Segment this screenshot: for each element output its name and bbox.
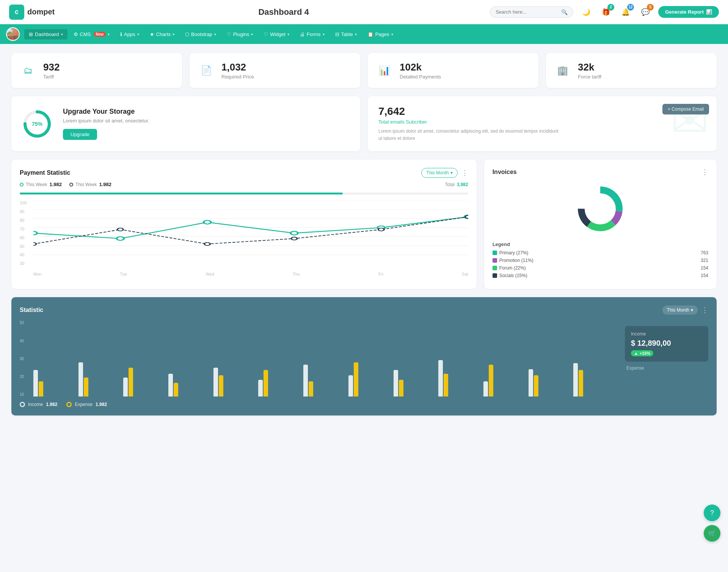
svg-point-16 [118,228,123,231]
nav-label-dashboard: Dashboard [35,31,59,37]
moon-icon[interactable]: 🌙 [579,5,593,19]
tariff-value: 932 [43,61,60,73]
statistic-menu-button[interactable]: ⋮ [701,306,708,314]
statistic-month-label: This Month [667,307,689,313]
storage-percent-label: 75% [32,121,42,127]
expense-legend-val: 1.982 [96,402,107,407]
charts-row: Payment Statistic This Month ▾ ⋮ This We… [11,160,717,289]
dashboard-arrow: ▾ [61,32,63,36]
primary-label: Primary (27%) [499,250,529,255]
chat-icon[interactable]: 💬 5 [639,5,652,19]
logo-icon: c [9,5,24,20]
donut-chart [493,182,708,235]
storage-progress-circle: 75% [22,109,52,139]
svg-point-25 [590,198,611,219]
email-card: + Compose Email 7,642 Total emails Subcr… [368,96,717,151]
cms-icon: ⚙ [74,31,78,37]
nav-item-plugins[interactable]: ♡ Plugins ▾ [222,29,258,39]
legend-label-1: This Week [75,182,97,187]
forms-icon: 🖨 [300,31,305,37]
bar-chart-y-labels: 50 40 30 20 10 [20,321,32,396]
total-label: Total [445,182,454,187]
plugins-arrow: ▾ [251,32,253,36]
navbar: ⊞ Dashboard ▾ ⚙ CMS New ▾ ℹ Apps ▾ ★ Cha… [0,24,728,44]
income-badge: ▲ +15% [631,350,653,356]
income-box-value: $ 12,890,00 [631,339,702,348]
force-info: 32k Force tariff [578,61,601,80]
payment-progress-bar [20,193,468,194]
legend-dot-teal [20,183,24,186]
payment-menu-button[interactable]: ⋮ [461,169,468,177]
charts-arrow: ▾ [173,32,174,36]
nav-item-widget[interactable]: ♡ Widget ▾ [259,29,293,39]
income-legend-label: Income [28,402,43,407]
stat-card-payments: 📊 102k Detalled Payments [368,53,538,88]
search-box[interactable]: 🔍 [490,6,573,18]
bar-group-11 [529,369,573,396]
primary-color [493,251,497,255]
nav-item-apps[interactable]: ℹ Apps ▾ [116,29,144,39]
tariff-label: Tariff [43,74,60,80]
bell-icon[interactable]: 🔔 12 [619,5,632,19]
nav-item-forms[interactable]: 🖨 Forms ▾ [295,29,329,39]
legend-val-1: 1.982 [99,182,111,187]
storage-desc: Lorem ipsum dolor sit amet, onsectetur. [63,118,149,124]
line-chart: 100 90 80 70 60 50 40 30 [20,201,468,276]
header-right: 🔍 🌙 🎁 2 🔔 12 💬 5 Generate Report 📊 [490,5,719,19]
payments-value: 102k [400,61,441,73]
nav-item-table[interactable]: ⊟ Table ▾ [331,29,361,39]
promotion-color [493,258,497,263]
bar-group-10 [483,365,527,396]
invoices-menu-button[interactable]: ⋮ [701,168,708,176]
email-count: 7,642 [378,105,706,118]
statistic-month-dropdown[interactable]: This Month ▾ [662,306,698,315]
income-dot [20,402,25,407]
nav-label-pages: Pages [375,31,389,37]
socials-value: 154 [701,273,708,278]
income-badge-text: +15% [640,351,650,356]
payment-month-dropdown[interactable]: This Month ▾ [421,168,457,178]
promotion-label: Promotion (11%) [499,258,533,263]
nav-item-dashboard[interactable]: ⊞ Dashboard ▾ [24,29,67,39]
payment-header: Payment Statistic This Month ▾ ⋮ [20,168,468,178]
bar-chart-wrap: 50 40 30 20 10 [20,321,617,396]
svg-point-18 [291,237,297,240]
socials-label: Socials (15%) [499,273,527,278]
forms-arrow: ▾ [323,32,325,36]
nav-label-table: Table [341,31,353,37]
upgrade-button[interactable]: Upgrade [63,129,97,140]
payment-progress-fill [20,193,343,194]
up-arrow-icon: ▲ [634,351,638,356]
force-value: 32k [578,61,601,73]
payment-month-label: This Month [426,170,449,176]
nav-label-plugins: Plugins [233,31,249,37]
cms-arrow: ▾ [108,32,110,36]
table-icon: ⊟ [335,31,339,37]
nav-item-charts[interactable]: ★ Charts ▾ [145,29,179,39]
invoice-legend: Legend Primary (27%) 763 Promotion (11%)… [493,241,708,278]
generate-report-button[interactable]: Generate Report 📊 [658,6,719,18]
user-avatar[interactable] [6,27,20,41]
expense-section-label: Expense [625,365,708,371]
gift-icon[interactable]: 🎁 2 [599,5,613,19]
payment-title: Payment Statistic [20,169,70,176]
nav-item-bootstrap[interactable]: ⬡ Bootstrap ▾ [180,29,221,39]
nav-label-apps: Apps [124,31,135,37]
statistic-title: Statistic [20,307,43,313]
price-label: Required Price [221,74,254,80]
logo: c dompet [9,5,77,20]
statistic-card: Statistic This Month ▾ ⋮ 50 40 30 20 [11,297,717,415]
payments-info: 102k Detalled Payments [400,61,441,80]
legend-title: Legend [493,241,708,247]
bar-chart-area: 50 40 30 20 10 [20,321,617,407]
stat-cards-row: 🗂 932 Tariff 📄 1,032 Required Price 📊 10… [11,53,717,88]
legend-promotion: Promotion (11%) 321 [493,258,708,263]
nav-item-cms[interactable]: ⚙ CMS New ▾ [69,29,114,39]
stat-card-price: 📄 1,032 Required Price [190,53,360,88]
payments-icon: 📊 [375,61,394,80]
legend-label-0: This Week [26,182,47,187]
search-input[interactable] [496,9,558,15]
search-icon: 🔍 [561,9,568,15]
nav-item-pages[interactable]: 📋 Pages ▾ [363,29,398,39]
chart-y-labels: 100 90 80 70 60 50 40 30 [20,201,31,266]
